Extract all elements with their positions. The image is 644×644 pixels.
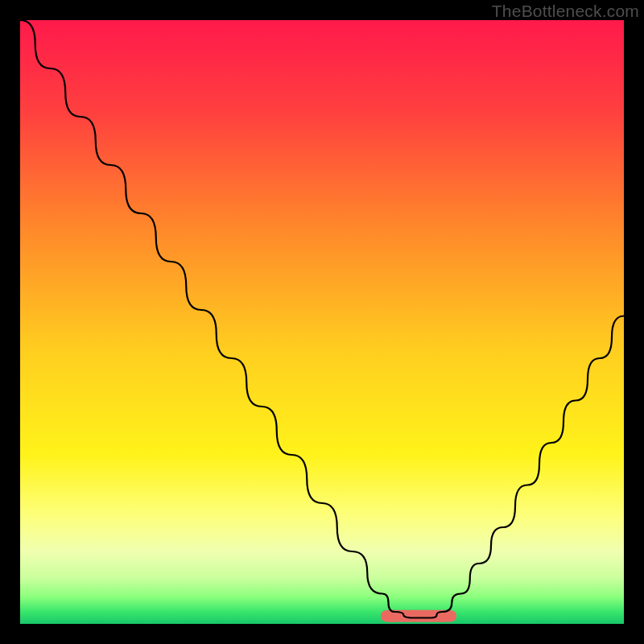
plot-area [20, 20, 624, 624]
chart-frame: TheBottleneck.com [0, 0, 644, 644]
watermark-text: TheBottleneck.com [492, 2, 639, 21]
bottleneck-curve [20, 20, 624, 624]
